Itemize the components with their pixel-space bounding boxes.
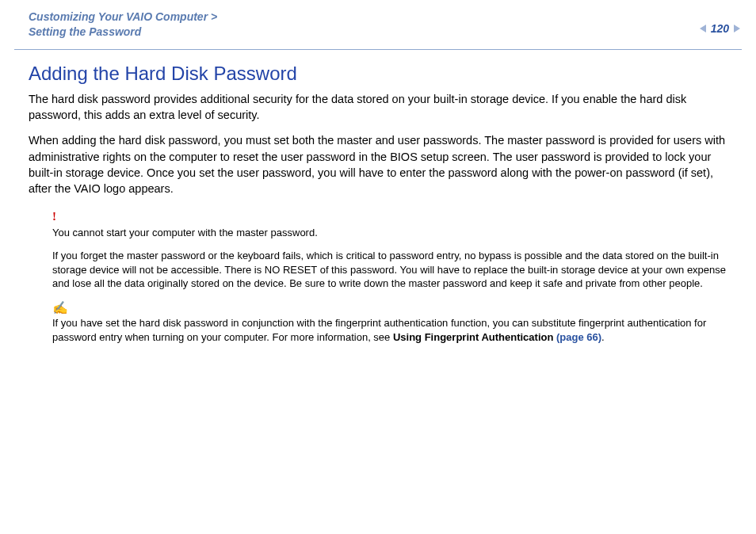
manual-page: Customizing Your VAIO Computer > Setting… — [0, 0, 756, 534]
prev-page-icon[interactable] — [700, 25, 706, 32]
warning-block: ! You cannot start your computer with th… — [52, 208, 727, 291]
page-header: Customizing Your VAIO Computer > Setting… — [0, 0, 756, 44]
page-nav: 120 — [700, 22, 740, 35]
breadcrumb-line1: Customizing Your VAIO Computer > — [29, 10, 217, 23]
note-icon: ✍ — [52, 302, 727, 315]
warning-line2: If you forget the master password or the… — [52, 249, 727, 291]
fingerprint-auth-link[interactable]: (page 66) — [556, 331, 601, 343]
warning-icon: ! — [52, 208, 727, 224]
breadcrumb: Customizing Your VAIO Computer > Setting… — [29, 10, 727, 40]
note-text-before: If you have set the hard disk password i… — [52, 317, 706, 343]
breadcrumb-line2: Setting the Password — [29, 25, 141, 38]
warning-line1: You cannot start your computer with the … — [52, 226, 727, 240]
section-title: Adding the Hard Disk Password — [29, 63, 727, 85]
note-link-bold: Using Fingerprint Authentication — [393, 331, 556, 343]
note-block: ✍ If you have set the hard disk password… — [52, 302, 727, 344]
page-content: Adding the Hard Disk Password The hard d… — [0, 50, 756, 344]
paragraph-2: When adding the hard disk password, you … — [29, 132, 727, 196]
paragraph-1: The hard disk password provides addition… — [29, 91, 727, 124]
page-number: 120 — [711, 22, 729, 35]
note-text: If you have set the hard disk password i… — [52, 316, 727, 344]
note-text-after: . — [601, 331, 605, 343]
next-page-icon[interactable] — [734, 25, 740, 32]
